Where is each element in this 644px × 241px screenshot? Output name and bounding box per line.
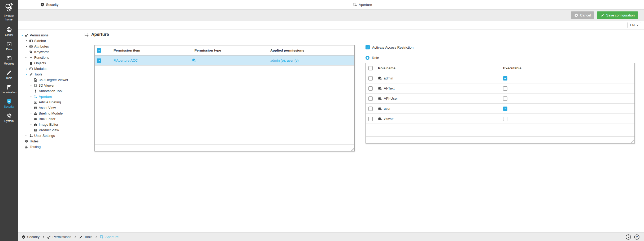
- help-icon[interactable]: ?: [634, 234, 640, 240]
- breadcrumb-aperture[interactable]: Aperture: [100, 235, 119, 239]
- role-icon: [378, 76, 382, 80]
- tree-connector: [29, 130, 32, 130]
- tree-item-label: Briefing Module: [39, 111, 63, 115]
- cancel-button-label: Cancel: [580, 13, 591, 17]
- sidebar-item-system[interactable]: System: [0, 111, 18, 125]
- x-circle-icon: [574, 13, 578, 17]
- expand-arrow-icon[interactable]: [25, 45, 28, 48]
- resize-grip[interactable]: [630, 139, 634, 143]
- collapse-arrow-icon[interactable]: [20, 34, 23, 36]
- info-icon[interactable]: [625, 234, 631, 240]
- sidebar-item-label: System: [4, 119, 14, 122]
- role-executable-checkbox[interactable]: [503, 76, 507, 81]
- tree-item-label: 3D Viewer: [39, 83, 55, 87]
- activate-access-restriction-row[interactable]: Activate Access Restriction: [365, 45, 635, 49]
- permission-row-checkbox[interactable]: [97, 58, 101, 63]
- tree-item-rules[interactable]: Rules: [18, 138, 81, 144]
- role-executable-checkbox[interactable]: [503, 117, 507, 121]
- tree-connector: [20, 141, 23, 141]
- role-executable-checkbox[interactable]: [503, 86, 507, 91]
- tree-item-testing[interactable]: Testing: [18, 144, 81, 150]
- role-row-checkbox[interactable]: [368, 96, 373, 101]
- page-title: Aperture: [91, 32, 109, 37]
- role-radio-button[interactable]: [365, 56, 369, 60]
- activate-access-restriction-label: Activate Access Restriction: [372, 45, 414, 49]
- breadcrumb-security[interactable]: Security: [22, 235, 40, 239]
- language-dropdown[interactable]: EN: [628, 22, 641, 28]
- tree-item-product-view[interactable]: Product View: [18, 127, 81, 133]
- sidebar-item-security[interactable]: Security: [0, 96, 18, 111]
- permission-item-header: Permission item: [108, 48, 189, 52]
- breadcrumb-permissions[interactable]: Permissions: [47, 235, 71, 239]
- tree-item-image-editor[interactable]: Image Editor: [18, 122, 81, 127]
- tree-item-keywords[interactable]: Keywords: [18, 49, 81, 55]
- tree-item-sidebar[interactable]: Sidebar: [18, 38, 81, 44]
- role-row-admin[interactable]: admin: [366, 73, 634, 83]
- breadcrumb-tools[interactable]: Tools: [79, 235, 92, 239]
- sidebar-item-global[interactable]: Global: [0, 24, 18, 39]
- fly-back-home-button[interactable]: Fly back home: [2, 0, 16, 21]
- tree-item-article-briefing[interactable]: Article Briefing: [18, 99, 81, 105]
- sidebar-item-modules[interactable]: Modules: [0, 53, 18, 67]
- permission-type-header: Permission type: [189, 48, 265, 52]
- tree-item-asset-view[interactable]: Asset View: [18, 105, 81, 111]
- plus-icon: [29, 56, 33, 60]
- permission-type-icon: [192, 58, 196, 62]
- tree-item-360-degree-viewer[interactable]: 360 Degree Viewer: [18, 77, 81, 83]
- sidebar-item-tools[interactable]: Tools: [0, 67, 18, 82]
- expand-arrow-icon[interactable]: [25, 40, 28, 42]
- tree-connector: [29, 108, 32, 108]
- tree-item-bulk-editor[interactable]: Bulk Editor: [18, 116, 81, 122]
- permission-table-body: F.Aperture.ACCadmin (e), user (e): [95, 56, 354, 66]
- tree-item-modules[interactable]: Modules: [18, 66, 81, 71]
- tab-aperture[interactable]: Aperture: [353, 3, 372, 7]
- role-row-api-user[interactable]: API-User: [366, 94, 634, 104]
- sidebar-item-localization[interactable]: Localization: [0, 82, 18, 96]
- content-area: Aperture Permission item Permission type…: [81, 30, 644, 232]
- sidebar-item-data[interactable]: Data: [0, 39, 18, 53]
- permission-row[interactable]: F.Aperture.ACCadmin (e), user (e): [95, 56, 354, 66]
- cancel-button[interactable]: Cancel: [571, 11, 594, 19]
- role-row-checkbox[interactable]: [368, 117, 373, 121]
- save-configuration-button[interactable]: Save configuration: [597, 11, 638, 19]
- left-panel-tab-security[interactable]: Security: [18, 0, 81, 9]
- role-select-all-checkbox[interactable]: [368, 66, 373, 70]
- tree-item-annotation-tool[interactable]: Annotation Tool: [18, 88, 81, 94]
- tree-item-3d-viewer[interactable]: 3D3D Viewer: [18, 83, 81, 88]
- role-row-checkbox[interactable]: [368, 86, 373, 91]
- tree-item-objects[interactable]: Objects: [18, 60, 81, 66]
- role-icon: [378, 117, 382, 121]
- tree-item-tools[interactable]: Tools: [18, 71, 81, 77]
- tree-item-label: Testing: [30, 145, 41, 149]
- tree-item-briefing-module[interactable]: Briefing Module: [18, 111, 81, 116]
- collapse-arrow-icon[interactable]: [25, 73, 28, 75]
- role-row-viewer[interactable]: viewer: [366, 114, 634, 124]
- breadcrumb-label: Permissions: [53, 235, 71, 239]
- activate-access-restriction-checkbox[interactable]: [365, 45, 370, 49]
- role-executable-checkbox[interactable]: [503, 96, 507, 101]
- resize-grip[interactable]: [350, 147, 354, 151]
- language-row: EN: [18, 21, 644, 30]
- collapse-arrow-icon[interactable]: [25, 67, 28, 70]
- tree-item-label: Product View: [39, 128, 59, 132]
- user-check-icon: [25, 145, 28, 149]
- role-executable-checkbox[interactable]: [503, 107, 507, 111]
- tree-item-attributes[interactable]: ABAttributes: [18, 44, 81, 49]
- tree-item-user-settings[interactable]: User Settings: [18, 133, 81, 138]
- applied-permissions-value: admin (e), user (e): [270, 58, 299, 62]
- tree-item-functions[interactable]: Functions: [18, 55, 81, 60]
- role-row-checkbox[interactable]: [368, 76, 373, 81]
- permission-item-value: F.Aperture.ACC: [114, 58, 138, 62]
- tree-item-aperture[interactable]: Aperture: [18, 94, 81, 99]
- tree-item-permissions[interactable]: Permissions: [18, 32, 81, 38]
- tree-connector: [29, 113, 32, 113]
- plus-square-icon: [34, 100, 37, 104]
- modules-icon: [6, 56, 12, 61]
- permission-select-all-checkbox[interactable]: [97, 48, 101, 53]
- role-row-ai-text[interactable]: AI-Text: [366, 83, 634, 94]
- role-row-checkbox[interactable]: [368, 107, 373, 111]
- role-row-user[interactable]: user: [366, 104, 634, 114]
- executable-header: Executable: [502, 66, 634, 70]
- role-radio-row[interactable]: Role: [365, 56, 635, 60]
- tree-connector: [29, 91, 32, 91]
